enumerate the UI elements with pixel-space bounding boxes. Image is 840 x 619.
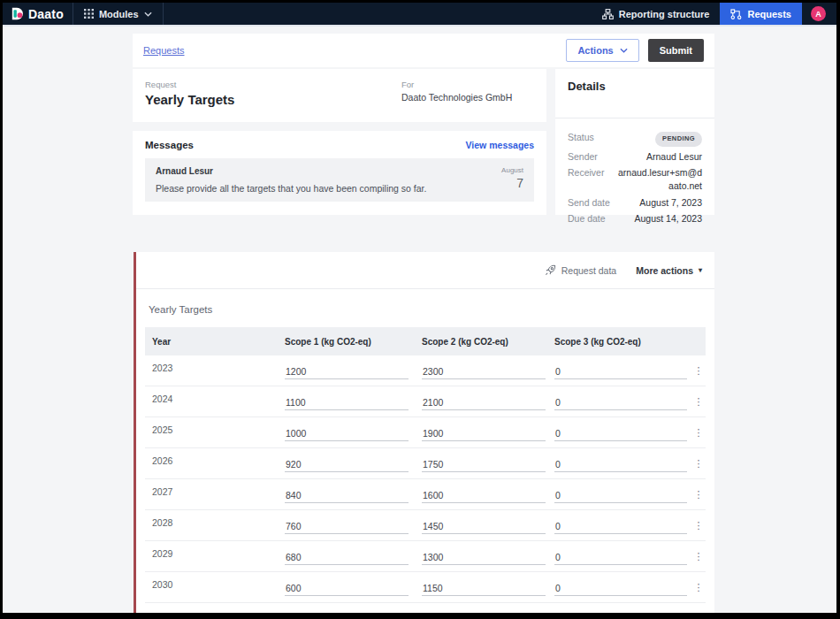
submit-button[interactable]: Submit bbox=[648, 39, 704, 62]
row-menu-button[interactable]: ⋮ bbox=[687, 490, 710, 500]
requests-nav-label: Requests bbox=[747, 9, 791, 19]
table-row: 2027 ⋮ bbox=[145, 479, 706, 510]
org-chart-icon bbox=[602, 9, 614, 19]
scope3-input-cell bbox=[554, 424, 687, 441]
scope3-input-cell bbox=[554, 517, 687, 534]
scope1-input-cell bbox=[285, 548, 422, 565]
scope1-input[interactable] bbox=[285, 457, 409, 472]
request-title-block: Request Yearly Targets bbox=[145, 80, 234, 111]
scope2-input-cell bbox=[422, 394, 554, 410]
row-menu-button[interactable]: ⋮ bbox=[687, 397, 710, 407]
request-summary-card: Request Yearly Targets For Daato Technol… bbox=[133, 69, 546, 122]
details-rows: Status PENDING Sender Arnaud Lesur Recei… bbox=[568, 131, 702, 229]
scope2-input[interactable] bbox=[422, 550, 546, 565]
scope3-input[interactable] bbox=[554, 550, 687, 565]
scope3-input[interactable] bbox=[554, 395, 687, 410]
request-data-label: Request data bbox=[561, 265, 616, 276]
status-label: Status bbox=[568, 131, 614, 147]
column-header-year: Year bbox=[152, 337, 285, 347]
scope2-input[interactable] bbox=[422, 457, 546, 472]
scope1-input[interactable] bbox=[285, 519, 409, 534]
due-date-label: Due date bbox=[568, 212, 614, 225]
sender-value: Arnaud Lesur bbox=[614, 150, 702, 164]
request-label: Request bbox=[145, 80, 234, 89]
scope3-input[interactable] bbox=[554, 457, 687, 472]
row-menu-button[interactable]: ⋮ bbox=[687, 428, 710, 438]
send-date-value: August 7, 2023 bbox=[614, 196, 702, 210]
scope3-input-cell bbox=[554, 363, 687, 379]
logo-text: Daato bbox=[28, 7, 64, 21]
table-header-row: Year Scope 1 (kg CO2-eq) Scope 2 (kg CO2… bbox=[145, 327, 706, 355]
table-row: 2024 ⋮ bbox=[145, 386, 706, 417]
scope3-input[interactable] bbox=[554, 488, 687, 503]
request-title: Yearly Targets bbox=[145, 92, 234, 107]
requests-nav-button[interactable]: Requests bbox=[720, 3, 802, 25]
scope1-input-cell bbox=[285, 455, 422, 472]
column-header-scope2: Scope 2 (kg CO2-eq) bbox=[422, 337, 554, 347]
scope1-input[interactable] bbox=[285, 550, 409, 565]
chevron-down-icon bbox=[144, 11, 152, 17]
scope3-input[interactable] bbox=[554, 581, 687, 596]
daato-logo[interactable]: Daato bbox=[3, 3, 73, 25]
details-send-date-row: Send date August 7, 2023 bbox=[568, 196, 702, 210]
user-avatar[interactable]: A bbox=[811, 6, 826, 21]
scope1-input[interactable] bbox=[285, 364, 409, 379]
table-row: 2026 ⋮ bbox=[145, 448, 706, 479]
message-text: Please provide all the targets that you … bbox=[156, 183, 493, 194]
modules-menu[interactable]: Modules bbox=[73, 3, 163, 25]
details-receiver-row: Receiver arnaud.lesur+sm@daato.net bbox=[568, 166, 702, 192]
scope1-input[interactable] bbox=[285, 426, 409, 441]
scope2-input[interactable] bbox=[422, 364, 546, 379]
scope3-input-cell bbox=[554, 455, 687, 472]
scope1-input[interactable] bbox=[285, 395, 409, 410]
caret-down-icon: ▾ bbox=[699, 266, 702, 274]
row-menu-button[interactable]: ⋮ bbox=[687, 459, 710, 469]
scope3-input[interactable] bbox=[554, 426, 687, 441]
actions-button[interactable]: Actions bbox=[566, 39, 638, 62]
row-menu-button[interactable]: ⋮ bbox=[687, 583, 710, 592]
chevron-down-icon bbox=[620, 48, 628, 53]
message-sender: Arnaud Lesur bbox=[156, 166, 493, 176]
row-menu-button[interactable]: ⋮ bbox=[687, 552, 710, 562]
messages-header: Messages View messages bbox=[145, 140, 534, 150]
scope2-input[interactable] bbox=[422, 488, 546, 503]
page-header-band: Requests Actions Submit bbox=[133, 34, 714, 67]
actions-button-label: Actions bbox=[577, 45, 613, 56]
top-navigation-bar: Daato Modules bbox=[3, 3, 836, 27]
scope3-input-cell bbox=[554, 486, 687, 503]
request-for-block: For Daato Technologies GmbH bbox=[401, 80, 534, 111]
request-data-button[interactable]: Request data bbox=[545, 264, 616, 276]
scope2-input[interactable] bbox=[422, 519, 546, 534]
yearly-targets-card: Request data More actions ▾ Yearly Targe… bbox=[134, 252, 714, 615]
scope3-input[interactable] bbox=[554, 519, 687, 534]
reporting-structure-label: Reporting structure bbox=[619, 9, 710, 19]
scope1-input[interactable] bbox=[285, 581, 409, 596]
year-cell: 2026 bbox=[152, 448, 285, 466]
details-due-date-row: Due date August 14, 2023 bbox=[568, 212, 702, 225]
more-actions-button[interactable]: More actions ▾ bbox=[636, 265, 702, 276]
year-cell: 2029 bbox=[152, 541, 285, 559]
scope2-input[interactable] bbox=[422, 581, 546, 596]
breadcrumb-requests-link[interactable]: Requests bbox=[143, 45, 184, 56]
status-badge: PENDING bbox=[655, 132, 702, 147]
scope2-input-cell bbox=[422, 517, 554, 534]
row-menu-button[interactable]: ⋮ bbox=[687, 521, 710, 531]
scope1-input[interactable] bbox=[285, 488, 409, 503]
table-row: 2023 ⋮ bbox=[145, 355, 706, 386]
daato-logo-icon bbox=[11, 7, 25, 20]
row-menu-button[interactable]: ⋮ bbox=[687, 366, 710, 376]
due-date-value: August 14, 2023 bbox=[614, 212, 702, 225]
scope1-input-cell bbox=[285, 517, 422, 534]
scope2-input-cell bbox=[422, 455, 554, 472]
view-messages-link[interactable]: View messages bbox=[466, 140, 534, 150]
workflow-icon bbox=[730, 9, 742, 19]
year-cell: 2024 bbox=[152, 386, 285, 404]
year-cell: 2025 bbox=[152, 417, 285, 435]
reporting-structure-button[interactable]: Reporting structure bbox=[592, 3, 721, 25]
messages-card: Messages View messages Arnaud Lesur Plea… bbox=[133, 131, 546, 215]
message-item[interactable]: Arnaud Lesur Please provide all the targ… bbox=[145, 158, 534, 202]
scope2-input[interactable] bbox=[422, 426, 546, 441]
message-body: Arnaud Lesur Please provide all the targ… bbox=[156, 166, 501, 194]
scope2-input[interactable] bbox=[422, 395, 546, 410]
scope3-input[interactable] bbox=[554, 364, 687, 379]
